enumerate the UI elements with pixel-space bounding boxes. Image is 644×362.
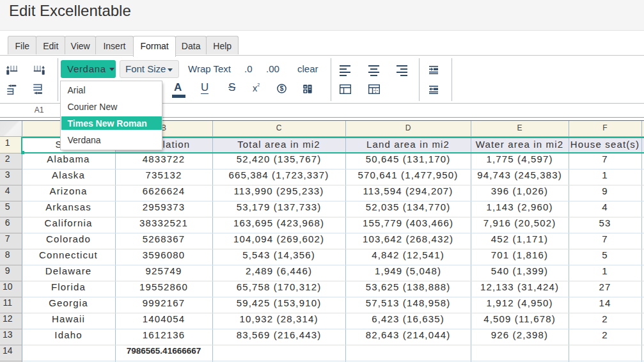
- svg-text:$: $: [280, 84, 284, 92]
